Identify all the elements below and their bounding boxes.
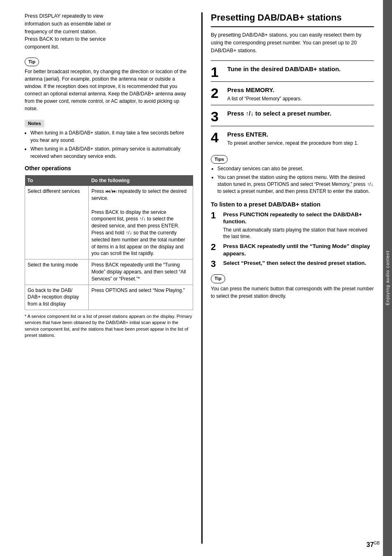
row-do: Press BACK repeatedly until the “Tuning … [89,259,193,285]
row-do: Press OPTIONS and select “Now Playing.” [89,285,193,310]
small-step-content: Select “Preset,” then select the desired… [223,259,366,267]
small-step-sub: The unit automatically starts playing th… [223,227,374,241]
step-number: 3 [211,109,222,123]
page: Press DISPLAY repeatedly to view informa… [0,0,392,556]
col-to-header: To [25,175,89,186]
step-sub: To preset another service, repeat the pr… [227,140,359,147]
step-content: Tune in the desired DAB/DAB+ station. [227,65,341,73]
step-number: 1 [211,65,222,79]
note-item: When tuning in a DAB/DAB+ station, it ma… [30,129,193,144]
step-text: Tune in the desired DAB/DAB+ station. [227,65,341,73]
bottom-tip-content: You can press the numeric button that co… [211,285,374,300]
step-text: Press ↑/↓ to select a preset number. [227,109,331,118]
other-operations-title: Other operations [25,164,193,173]
right-column: Presetting DAB/DAB+ stations By presetti… [201,12,374,544]
tips-list: Secondary services can also be preset. Y… [217,165,374,195]
table-row: Go back to the DAB/DAB+ reception displa… [25,285,193,310]
step-text: Press ENTER. [227,130,359,139]
tips-section: Tips Secondary services can also be pres… [211,152,374,195]
right-intro: By presetting DAB/DAB+ stations, you can… [211,31,374,54]
step-text: Press MEMORY. [227,86,302,94]
small-step-2: 2 Press BACK repeatedly until the “Tunin… [211,243,374,257]
notes-list: When tuning in a DAB/DAB+ station, it ma… [30,129,193,160]
step-content: Press ↑/↓ to select a preset number. [227,109,331,118]
step-4: 4 Press ENTER. To preset another service… [211,126,374,149]
side-tab-label: Enjoying audio content [385,250,390,305]
step-number: 2 [211,86,222,100]
left-column: Press DISPLAY repeatedly to view informa… [25,12,201,544]
notes-badge: Notes [25,120,44,127]
row-to: Go back to the DAB/DAB+ reception displa… [25,285,89,310]
operations-table: To Do the following Select different ser… [25,175,193,310]
note-item: When tuning in a DAB/DAB+ station, prima… [30,145,193,160]
intro-text: Press DISPLAY repeatedly to view informa… [25,12,193,51]
small-step-number: 1 [211,211,219,220]
table-row: Select the tuning mode Press BACK repeat… [25,259,193,285]
row-to: Select different services [25,186,89,259]
sublisten-title: To listen to a preset DAB/DAB+ station [211,201,374,208]
tip-badge: Tip [25,58,39,66]
step-sub: A list of “Preset Memory” appears. [227,95,302,102]
small-step-number: 2 [211,243,219,252]
bottom-tip-badge: Tip [211,274,225,283]
step-content: Press ENTER. To preset another service, … [227,130,359,147]
table-row: Select different services Press ⏮/⏭ repe… [25,186,193,259]
col-do-header: Do the following [89,175,193,186]
small-step-text: Select “Preset,” then select the desired… [223,259,366,267]
main-content: Press DISPLAY repeatedly to view informa… [0,0,383,556]
notes-content: When tuning in a DAB/DAB+ station, it ma… [25,129,193,160]
tip-content: For better broadcast reception, try chan… [25,68,193,112]
tips-badge: Tips [211,155,228,164]
step-number: 4 [211,130,222,144]
small-step-text: Press FUNCTION repeatedly to select the … [223,211,374,225]
tip-item: You can preset the station using the opt… [217,174,374,195]
small-step-1: 1 Press FUNCTION repeatedly to select th… [211,211,374,241]
bottom-tip-section: Tip You can press the numeric button tha… [211,271,374,299]
main-heading: Presetting DAB/DAB+ stations [211,12,374,27]
row-do: Press ⏮/⏭ repeatedly to select the desir… [89,186,193,259]
small-step-3: 3 Select “Preset,” then select the desir… [211,259,374,269]
small-step-text: Press BACK repeatedly until the “Tuning … [223,243,374,257]
tip-item: Secondary services can also be preset. [217,165,374,172]
step-content: Press MEMORY. A list of “Preset Memory” … [227,86,302,102]
page-number: 37GB [367,541,380,549]
step-2: 2 Press MEMORY. A list of “Preset Memory… [211,81,374,105]
footnote: * A service component list or a list of … [25,313,193,339]
small-step-content: Press FUNCTION repeatedly to select the … [223,211,374,241]
side-tab: Enjoying audio content [383,0,392,556]
step-3: 3 Press ↑/↓ to select a preset number. [211,105,374,126]
small-step-number: 3 [211,259,219,269]
row-to: Select the tuning mode [25,259,89,285]
small-step-content: Press BACK repeatedly until the “Tuning … [223,243,374,257]
step-1: 1 Tune in the desired DAB/DAB+ station. [211,60,374,81]
